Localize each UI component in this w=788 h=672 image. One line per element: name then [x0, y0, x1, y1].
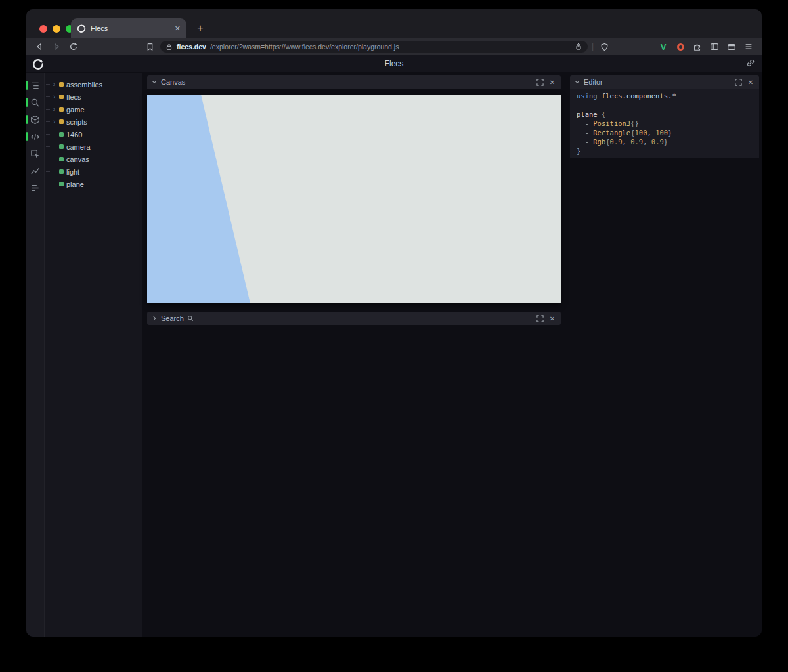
tree-item-label: camera [66, 143, 91, 151]
url-bar[interactable]: flecs.dev /explorer/?wasm=https://www.fl… [160, 41, 588, 52]
chevron-down-icon[interactable] [151, 79, 158, 85]
tree-item-assemblies[interactable]: › assemblies [45, 78, 142, 91]
active-indicator [26, 81, 28, 90]
code-line[interactable] [577, 100, 759, 110]
expand-icon[interactable] [733, 77, 743, 87]
close-window-button[interactable] [39, 25, 47, 33]
tree-guide [46, 121, 50, 122]
entity-tree: › assemblies › flecs › game › scripts [45, 73, 142, 637]
entity-swatch [59, 169, 64, 174]
extension-v-icon[interactable]: V [657, 40, 670, 53]
tree-item-flecs[interactable]: › flecs [45, 91, 142, 103]
code-line[interactable]: plane { [577, 110, 759, 119]
code-icon[interactable] [26, 128, 44, 145]
tree-guide [46, 84, 50, 85]
tree-item-label: light [66, 168, 79, 176]
new-tab-button[interactable]: + [193, 21, 208, 35]
shield-icon[interactable] [598, 40, 611, 53]
tree-item-label: plane [66, 180, 84, 188]
chevron-right-icon[interactable]: › [51, 94, 57, 100]
panel-title: Editor [584, 78, 603, 86]
tree-item-camera[interactable]: camera [45, 140, 142, 153]
tree-item-game[interactable]: › game [45, 103, 142, 116]
tree-item-label: scripts [66, 118, 87, 126]
chevron-right-icon[interactable]: › [51, 106, 57, 112]
share-icon[interactable] [575, 43, 582, 51]
browser-tab[interactable]: Flecs ✕ [71, 18, 186, 38]
puzzle-icon[interactable] [691, 40, 704, 53]
tree-guide [46, 171, 50, 172]
editor-panel-header[interactable]: Editor ✕ [570, 75, 759, 89]
tree-guide [46, 134, 50, 135]
tree-item-scripts[interactable]: › scripts [45, 116, 142, 128]
bookmark-icon[interactable] [143, 40, 156, 53]
canvas-panel-header[interactable]: Canvas ✕ [147, 75, 561, 89]
editor-panel: Editor ✕ using flecs.components.* plane … [570, 75, 759, 158]
entity-swatch [59, 144, 64, 149]
entity-swatch [59, 132, 64, 136]
inspect-icon[interactable] [26, 145, 44, 162]
url-domain: flecs.dev [177, 43, 206, 51]
canvas-panel: Canvas ✕ [147, 75, 561, 303]
code-line[interactable]: } [577, 146, 759, 156]
entities-icon[interactable] [26, 111, 44, 128]
canvas-panel-body [147, 89, 561, 303]
app-header: Flecs [26, 55, 762, 72]
code-line[interactable]: - Rgb{0.9, 0.9, 0.9} [577, 137, 759, 146]
chart-icon[interactable] [26, 162, 44, 179]
search-icon[interactable] [26, 94, 44, 111]
page-title: Flecs [26, 55, 762, 72]
module-swatch [59, 94, 64, 99]
tree-guide [46, 109, 50, 110]
tree-item-label: canvas [66, 156, 89, 163]
tree-item-plane[interactable]: plane [45, 178, 142, 190]
main-area: Canvas ✕ [142, 73, 762, 637]
expand-icon[interactable] [535, 77, 544, 87]
traffic-lights [39, 25, 74, 33]
chevron-down-icon[interactable] [574, 79, 580, 85]
menu-icon[interactable] [742, 40, 755, 53]
tree-item-light[interactable]: light [45, 165, 142, 178]
search-panel-header[interactable]: Search ✕ [147, 312, 561, 325]
tree-guide [46, 184, 50, 184]
queries-icon[interactable] [26, 179, 44, 196]
tree-icon[interactable] [26, 77, 44, 94]
tree-item-1460[interactable]: 1460 [45, 128, 142, 140]
chevron-right-icon[interactable] [151, 315, 158, 322]
back-icon[interactable] [33, 40, 46, 53]
panel-title: Search [161, 314, 184, 322]
icon-sidebar [26, 73, 45, 637]
navigation-bar: flecs.dev /explorer/?wasm=https://www.fl… [26, 38, 762, 55]
close-icon[interactable]: ✕ [548, 314, 557, 323]
close-icon[interactable]: ✕ [746, 77, 755, 87]
chevron-right-icon[interactable]: › [51, 81, 57, 87]
entity-swatch [59, 157, 64, 161]
tree-item-label: assemblies [66, 81, 102, 89]
toolbar-separator: | [592, 42, 594, 51]
wallet-icon[interactable] [725, 40, 738, 53]
tab-bar: Flecs ✕ + [26, 9, 762, 38]
canvas-3d-view[interactable] [147, 94, 561, 303]
close-tab-icon[interactable]: ✕ [175, 24, 181, 33]
active-indicator [26, 115, 28, 124]
forward-icon[interactable] [50, 40, 63, 53]
link-icon[interactable] [746, 58, 755, 68]
reload-icon[interactable] [67, 40, 80, 53]
active-indicator [26, 132, 28, 141]
editor-code[interactable]: using flecs.components.* plane { - Posit… [570, 89, 759, 158]
browser-window: Flecs ✕ + flecs.dev /explore [26, 9, 762, 637]
panel-title: Canvas [161, 78, 185, 86]
code-line[interactable]: - Rectangle{100, 100} [577, 128, 759, 137]
tree-guide [46, 159, 50, 159]
expand-icon[interactable] [535, 314, 544, 323]
tree-item-canvas[interactable]: canvas [45, 153, 142, 165]
code-line[interactable]: - Position3{} [577, 119, 759, 128]
url-path: /explorer/?wasm=https://www.flecs.dev/ex… [210, 43, 399, 51]
extension-red-icon[interactable] [674, 40, 687, 53]
minimize-window-button[interactable] [53, 25, 60, 33]
close-icon[interactable]: ✕ [548, 77, 557, 87]
chevron-right-icon[interactable]: › [51, 119, 57, 125]
code-line[interactable]: using flecs.components.* [577, 91, 759, 100]
lock-icon [165, 43, 173, 51]
sidebar-toggle-icon[interactable] [708, 40, 721, 53]
